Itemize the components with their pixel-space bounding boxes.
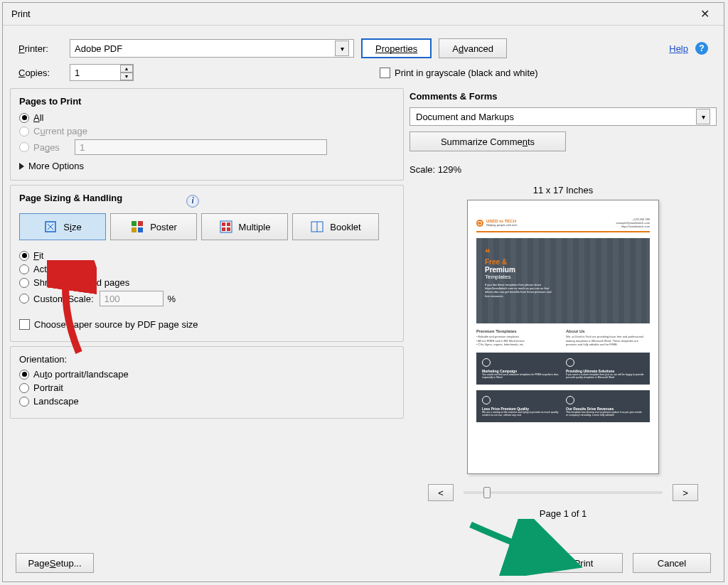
checkbox-icon bbox=[380, 68, 390, 78]
chevron-down-icon[interactable]: ▾ bbox=[696, 109, 710, 124]
preview-dimensions: 11 x 17 Inches bbox=[533, 185, 594, 195]
preview-page: USED to TECH Helping people with tech +1… bbox=[467, 200, 659, 474]
printer-select[interactable]: Adobe PDF ▾ bbox=[70, 39, 354, 58]
choose-paper-checkbox[interactable]: Choose paper source by PDF page size bbox=[19, 319, 395, 330]
svg-rect-2 bbox=[138, 221, 143, 226]
radio-icon bbox=[19, 278, 29, 288]
print-button[interactable]: Print bbox=[545, 553, 623, 573]
comments-selected: Document and Markups bbox=[416, 112, 514, 122]
printer-value: Adobe PDF bbox=[75, 43, 122, 54]
grayscale-checkbox[interactable]: Print in grayscale (black and white) bbox=[380, 68, 538, 78]
booklet-icon bbox=[310, 220, 324, 234]
orientation-group: Orientation: Auto portrait/landscape Por… bbox=[10, 346, 404, 419]
cancel-button[interactable]: Cancel bbox=[633, 553, 711, 573]
slider-thumb[interactable] bbox=[483, 487, 491, 498]
svg-rect-4 bbox=[138, 227, 143, 232]
radio-pages: Pages bbox=[19, 139, 395, 155]
tag-icon bbox=[482, 396, 491, 404]
pages-to-print-group: Pages to Print All Current page Pages bbox=[10, 88, 404, 181]
window-title: Print bbox=[11, 9, 31, 19]
gear-icon bbox=[566, 358, 574, 367]
close-icon[interactable]: ✕ bbox=[695, 4, 715, 23]
preview-next-button[interactable]: > bbox=[673, 484, 698, 501]
pages-to-print-title: Pages to Print bbox=[19, 96, 395, 107]
radio-icon bbox=[19, 251, 29, 261]
flame-icon bbox=[476, 220, 483, 227]
percent-label: % bbox=[168, 294, 176, 304]
preview-prev-button[interactable]: < bbox=[428, 484, 454, 501]
pages-input[interactable] bbox=[75, 139, 327, 155]
radio-icon bbox=[19, 294, 29, 304]
page-setup-button[interactable]: Page Setup... bbox=[16, 553, 94, 573]
page-sizing-title: Page Sizing & Handling bbox=[19, 193, 122, 203]
copies-spinner[interactable]: 1 ▲ ▼ bbox=[70, 64, 134, 81]
radio-icon bbox=[19, 397, 29, 407]
radio-all[interactable]: All bbox=[19, 112, 395, 123]
svg-rect-8 bbox=[222, 227, 225, 231]
radio-current-page: Current page bbox=[19, 126, 395, 136]
radio-icon bbox=[19, 127, 29, 136]
info-icon[interactable]: i bbox=[186, 195, 199, 208]
properties-button[interactable]: Properties bbox=[361, 38, 432, 58]
radio-shrink[interactable]: Shrink oversized pages bbox=[19, 277, 395, 288]
checkbox-icon bbox=[19, 319, 30, 330]
grayscale-label: Print in grayscale (black and white) bbox=[395, 68, 538, 78]
help-icon[interactable]: ? bbox=[695, 42, 708, 55]
poster-tab[interactable]: Poster bbox=[110, 213, 197, 240]
multiple-icon bbox=[219, 220, 233, 234]
page-indicator: Page 1 of 1 bbox=[540, 508, 587, 519]
scale-label: Scale: 129% bbox=[410, 164, 717, 175]
spinner-up-icon[interactable]: ▲ bbox=[120, 65, 133, 73]
svg-rect-6 bbox=[222, 222, 225, 226]
more-options-label: More Options bbox=[28, 161, 84, 171]
radio-fit[interactable]: Fit bbox=[19, 250, 395, 261]
copies-label: Copies: bbox=[18, 68, 63, 78]
advanced-button[interactable]: Advanced bbox=[439, 38, 507, 58]
svg-rect-9 bbox=[227, 227, 230, 231]
radio-icon bbox=[19, 113, 29, 123]
svg-rect-7 bbox=[227, 222, 230, 226]
preview-zoom-slider[interactable] bbox=[464, 491, 663, 494]
svg-rect-1 bbox=[132, 221, 136, 226]
triangle-right-icon bbox=[19, 163, 24, 170]
comments-forms-title: Comments & Forms bbox=[410, 91, 717, 102]
booklet-tab[interactable]: Booklet bbox=[292, 213, 379, 240]
size-icon bbox=[43, 220, 58, 234]
more-options-toggle[interactable]: More Options bbox=[19, 161, 395, 171]
radio-custom-scale[interactable]: Custom Scale: % bbox=[19, 291, 395, 306]
comments-select[interactable]: Document and Markups ▾ bbox=[410, 107, 717, 126]
multiple-tab[interactable]: Multiple bbox=[201, 213, 288, 240]
copies-value: 1 bbox=[75, 68, 80, 78]
radio-icon bbox=[19, 142, 29, 152]
summarize-comments-button[interactable]: Summarize Comments bbox=[410, 132, 566, 151]
svg-rect-3 bbox=[132, 227, 136, 232]
radio-icon bbox=[19, 264, 29, 274]
page-sizing-group: Page Sizing & Handling i Size Poster bbox=[10, 185, 404, 342]
radio-icon bbox=[19, 383, 29, 393]
radio-auto-orientation[interactable]: Auto portrait/landscape bbox=[19, 369, 395, 380]
poster-icon bbox=[130, 220, 144, 234]
radio-actual-size[interactable]: Actual size bbox=[19, 264, 395, 274]
orientation-title: Orientation: bbox=[19, 354, 395, 365]
radio-landscape[interactable]: Landscape bbox=[19, 396, 395, 407]
printer-label: Printer: bbox=[18, 43, 63, 54]
radio-icon bbox=[19, 370, 29, 380]
radio-portrait[interactable]: Portrait bbox=[19, 382, 395, 393]
spinner-down-icon[interactable]: ▼ bbox=[120, 73, 133, 80]
chart-icon bbox=[482, 358, 491, 367]
chevron-down-icon[interactable]: ▾ bbox=[335, 41, 349, 56]
help-link[interactable]: Help bbox=[669, 43, 688, 54]
dollar-icon bbox=[566, 396, 574, 404]
size-tab[interactable]: Size bbox=[19, 213, 106, 240]
custom-scale-input[interactable] bbox=[100, 291, 164, 306]
